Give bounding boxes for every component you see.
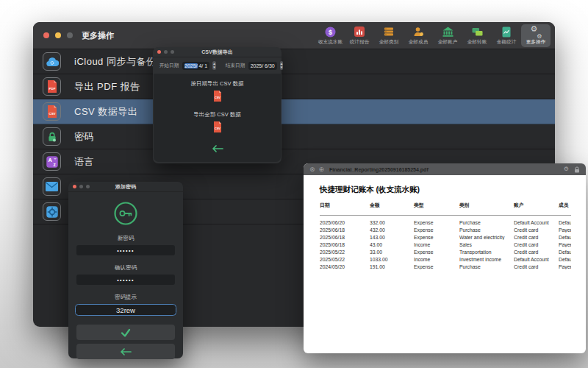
close-button[interactable]	[157, 50, 161, 54]
zoom-button[interactable]	[67, 32, 73, 38]
col-header-member: 成员	[559, 202, 571, 209]
toolbar-item-more-actions[interactable]: ⚙⚙ 更多操作	[521, 24, 551, 47]
table-row: 2025/06/20332.00ExpensePurchaseDefault A…	[320, 219, 571, 226]
end-date-picker[interactable]: 2025/ 6/30	[248, 62, 277, 70]
col-header-date: 日期	[320, 202, 370, 209]
col-header-account: 账户	[514, 202, 559, 209]
minimize-button	[164, 50, 168, 54]
hint-input[interactable]	[75, 304, 176, 316]
export-by-date-button[interactable]: CSV	[213, 91, 222, 105]
zoom-circle-icon[interactable]: ⊕	[319, 166, 325, 173]
table-header-row: 日期 金额 类型 类别 账户 成员	[320, 202, 571, 216]
sidebar-label: 密码	[74, 130, 94, 144]
date-segment[interactable]: 2025/ 6/30	[251, 63, 275, 68]
toolbar-label: 全部账户	[438, 38, 458, 46]
transactions-table: 日期 金额 类型 类别 账户 成员 2025/06/20332.00Expens…	[320, 202, 571, 270]
zoom-button	[86, 185, 90, 188]
confirm-password-field[interactable]: ••••••	[76, 275, 175, 285]
sidebar-item-icloud[interactable]: iCloud 同步与备份	[33, 49, 555, 74]
table-row: 2025/06/18432.00ExpensePurchaseCredit ca…	[320, 226, 571, 233]
close-circle-icon[interactable]: ⊗	[309, 166, 315, 173]
document-title: 快捷理财记账本 (收支流水账)	[320, 185, 571, 195]
toolbar-item-transfers[interactable]: 全部转账	[462, 24, 492, 47]
pdf-file-icon: PDF	[43, 77, 61, 96]
toolbar-item-accounts[interactable]: 全部账户	[433, 24, 462, 47]
start-date-label: 开始日期	[159, 62, 179, 69]
start-date-picker[interactable]: 2025/ 4/ 1	[182, 62, 209, 70]
toolbar-label: 全部转账	[467, 38, 487, 46]
cloud-sync-icon	[43, 52, 61, 71]
back-button[interactable]	[212, 145, 223, 152]
toolbar-item-report[interactable]: 统计报告	[345, 24, 374, 47]
csv-file-icon: CSV	[213, 91, 222, 102]
main-toolbar: $ 收支流水账 统计报告 全部类别 全部成员	[315, 24, 551, 47]
pdf-content: 快捷理财记账本 (收支流水账) 日期 金额 类型 类别 账户 成员 2025/0…	[304, 175, 586, 270]
close-button[interactable]	[73, 185, 76, 188]
new-password-field[interactable]: ••••••	[76, 245, 175, 255]
checkmark-icon	[121, 328, 131, 337]
bank-icon	[442, 26, 453, 38]
table-row: 2025/05/221033.00IncomeInvestment income…	[320, 255, 571, 263]
toolbar-item-amount-stats[interactable]: 金额统计	[492, 24, 521, 47]
password-dialog-titlebar: 添加密码	[68, 182, 183, 192]
export-by-date-label: 按日期导出 CSV 数据	[190, 80, 243, 88]
member-icon	[413, 26, 423, 38]
date-segment-year[interactable]: 2025/	[184, 63, 198, 68]
gear-icon[interactable]: ⚙	[564, 166, 569, 172]
back-arrow-icon	[212, 145, 223, 152]
export-all-button[interactable]: CSV	[213, 121, 222, 135]
confirm-button[interactable]	[76, 325, 175, 340]
svg-text:PDF: PDF	[49, 87, 55, 91]
csv-dialog-body: 按日期导出 CSV 数据 CSV 导出全部 CSV 数据 CSV	[154, 74, 281, 162]
lock-icon[interactable]	[574, 163, 580, 176]
pdf-filename: Financial_Reporting20250916185254.pdf	[329, 167, 429, 172]
window-title: 更多操作	[82, 30, 114, 41]
hint-label: 密码提示	[68, 294, 183, 301]
table-row: 2025/06/1843.00IncomeSalesCredit cardPay…	[320, 241, 571, 248]
svg-text:CSV: CSV	[49, 112, 55, 116]
start-date-stepper[interactable]: ▲▼	[212, 61, 215, 70]
chart-icon	[354, 26, 365, 38]
svg-text:$: $	[328, 28, 331, 35]
category-list-icon	[384, 26, 394, 38]
zoom-button	[171, 50, 174, 54]
end-date-stepper[interactable]: ▲▼	[280, 61, 283, 70]
toolbar-label: 全部类别	[379, 38, 399, 46]
date-range-row: 开始日期 2025/ 4/ 1 ▲▼ 结束日期 2025/ 6/30 ▲▼	[153, 57, 282, 74]
traffic-lights	[43, 32, 73, 38]
back-button[interactable]	[76, 344, 175, 359]
table-row: 2024/05/20191.00ExpensePurchaseCredit ca…	[320, 263, 571, 270]
sidebar-item-password[interactable]: 密码	[33, 124, 555, 149]
close-button[interactable]	[43, 32, 49, 38]
sidebar-label: 导出 PDF 报告	[74, 80, 140, 93]
csv-file-icon: CSV	[43, 102, 61, 121]
csv-export-dialog: CSV数据导出 开始日期 2025/ 4/ 1 ▲▼ 结束日期 2025/ 6/…	[153, 47, 282, 163]
toolbar-item-ledger[interactable]: $ 收支流水账	[315, 24, 345, 47]
export-all-label: 导出全部 CSV 数据	[193, 111, 241, 118]
new-password-label: 新密码	[68, 235, 183, 242]
sidebar-item-csv-export[interactable]: CSV CSV 数据导出	[33, 99, 555, 124]
coin-icon: $	[325, 26, 336, 38]
toolbar-item-categories[interactable]: 全部类别	[374, 24, 404, 47]
minimize-button[interactable]	[55, 32, 61, 38]
mail-icon	[43, 177, 61, 196]
lock-icon	[43, 127, 61, 146]
csv-file-icon: CSV	[213, 121, 222, 132]
sidebar-label: iCloud 同步与备份	[74, 55, 156, 68]
add-password-dialog: 添加密码 新密码 •••••• 确认密码 •••••• 密码提示	[68, 182, 183, 358]
table-row: 2025/06/18143.00ExpenseWater and electri…	[320, 233, 571, 241]
back-arrow-icon	[120, 348, 132, 355]
desktop: { "colors": { "accent_green": "#46b97a",…	[0, 0, 588, 368]
toolbar-label: 全部成员	[409, 38, 429, 46]
table-body: 2025/06/20332.00ExpensePurchaseDefault A…	[320, 216, 571, 270]
toolbar-item-members[interactable]: 全部成员	[404, 24, 433, 47]
toolbar-label: 金额统计	[497, 38, 517, 46]
sidebar-item-export-pdf[interactable]: PDF 导出 PDF 报告	[33, 74, 555, 99]
key-icon	[68, 201, 183, 226]
confirm-password-label: 确认密码	[68, 264, 183, 272]
toolbar-label: 收支流水账	[318, 38, 342, 46]
doc-chart-icon	[502, 26, 511, 38]
col-header-category: 类别	[459, 202, 514, 209]
sidebar-label: 语言	[74, 155, 94, 169]
date-segment-monthday[interactable]: 4/ 1	[198, 63, 208, 68]
